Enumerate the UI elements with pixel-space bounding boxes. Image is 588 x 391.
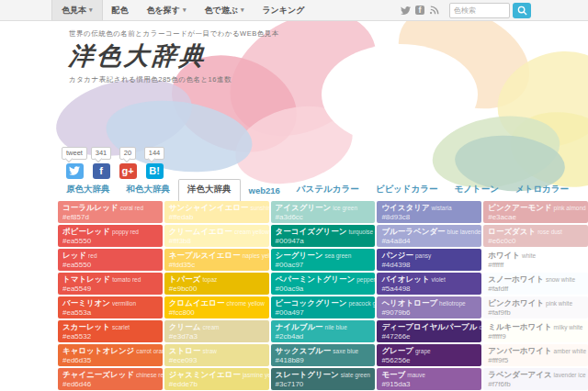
color-name-en: slate green xyxy=(341,372,370,378)
dictionary-tab[interactable]: メトロカラー xyxy=(507,180,577,201)
site-logo[interactable]: 洋色大辞典 xyxy=(68,39,209,73)
color-name-ja: シーグリーン xyxy=(276,251,323,260)
dictionary-tab[interactable]: 和色大辞典 xyxy=(119,180,179,201)
color-swatch[interactable]: ピーコックグリーンpeacock green #00a497 xyxy=(271,296,376,318)
search-box xyxy=(449,3,531,18)
hatena-icon: B! xyxy=(146,163,164,179)
color-name-ja: チャイニーズレッド xyxy=(62,370,134,379)
dictionary-tab[interactable]: web216 xyxy=(241,182,288,201)
color-swatch[interactable]: バイオレットviolet #5a4498 xyxy=(377,273,481,295)
color-swatch[interactable]: ターコイズグリーンturquoise green #00947a xyxy=(271,225,376,247)
color-swatch[interactable]: スカーレットscarlet #ea5532 xyxy=(58,320,163,342)
color-swatch[interactable]: ミルキーホワイトmilky white #fffff9 xyxy=(483,320,588,342)
color-swatch[interactable]: ラベンダーアイスlavender ice #f7f6fb xyxy=(483,368,588,390)
color-swatch[interactable]: パンジーpansy #4d4398 xyxy=(377,249,481,271)
color-hex-code: #a4a8d4 xyxy=(381,237,477,246)
color-name-en: mauve xyxy=(407,372,425,378)
color-name-en: cream xyxy=(202,324,219,330)
dictionary-tab[interactable]: パステルカラー xyxy=(288,180,368,201)
color-swatch[interactable]: トマトレッドtomato red #ea5549 xyxy=(58,273,163,295)
color-name-ja: レッド xyxy=(62,251,86,260)
dictionary-tab[interactable]: 洋色大辞典 xyxy=(178,179,241,201)
color-swatch[interactable]: ホワイトwhite #ffffff xyxy=(483,249,588,271)
color-swatch[interactable]: アイスグリーンice green #a3d6cc xyxy=(271,201,376,223)
color-swatch[interactable]: クロムイエローchrome yellow #fcc800 xyxy=(164,296,269,318)
color-swatch[interactable]: モーブmauve #915da3 xyxy=(377,368,481,390)
color-swatch[interactable]: ディープロイヤルパープルdeep royal purple #47266e xyxy=(377,320,481,342)
dictionary-tab[interactable]: ビビッドカラー xyxy=(368,180,447,201)
color-swatch[interactable]: ブルーラベンダーblue lavender #a4a8d4 xyxy=(377,225,481,247)
color-name-en: peppermint green xyxy=(356,276,375,283)
color-swatch[interactable]: スノーホワイトsnow white #fafdff xyxy=(483,273,588,295)
color-swatch[interactable]: サックスブルーsaxe blue #418b89 xyxy=(271,344,376,366)
googleplus-share-button[interactable]: 20 g+ xyxy=(118,147,138,182)
nav-item-label: 色で遊ぶ xyxy=(204,5,237,17)
color-hex-code: #e3acae xyxy=(488,213,583,222)
color-hex-code: #00ac9a xyxy=(276,285,371,294)
color-swatch[interactable]: ポピーレッドpoppy red #ea5550 xyxy=(58,225,163,247)
tab-label: 原色大辞典 xyxy=(66,184,110,194)
color-name-ja: ナイルブルー xyxy=(276,322,323,331)
nav-item[interactable]: 色を探す▾ xyxy=(138,0,196,20)
color-swatch[interactable]: ジャスミンイエローjasmine yellow #edde7b xyxy=(164,368,269,390)
color-name-en: tomato red xyxy=(112,276,141,283)
color-swatch[interactable]: ウイスタリアwistaria #8d93c8 xyxy=(377,201,481,223)
color-swatch[interactable]: ピンクホワイトpink white #faf9fb xyxy=(483,296,588,318)
nav-item-label: 色を探す xyxy=(147,5,180,17)
facebook-share-button[interactable]: 341 f xyxy=(91,147,111,182)
facebook-icon[interactable]: f xyxy=(415,6,424,15)
color-swatch[interactable]: アンバーホワイトamber white #fff9f5 xyxy=(483,344,588,366)
color-name-ja: グレープ xyxy=(381,346,413,355)
nav-item[interactable]: 配色 xyxy=(103,0,138,20)
color-swatch[interactable]: ヘリオトロープheliotrope #9079b6 xyxy=(377,296,481,318)
color-hex-code: #fdd35c xyxy=(169,261,265,270)
color-swatch[interactable]: ピンクアーモンドpink almond #e3acae xyxy=(483,201,588,223)
color-swatch[interactable]: キャロットオレンジcarrot orange #ed6d35 xyxy=(58,344,163,366)
color-swatch[interactable]: ペパーミントグリーンpeppermint green #00ac9a xyxy=(271,273,376,295)
color-name-ja: スレートグリーン xyxy=(276,370,339,379)
tweet-share-button[interactable]: tweet xyxy=(64,147,85,182)
search-icon xyxy=(517,6,527,16)
nav-item-label: 色見本 xyxy=(62,5,86,17)
rss-icon[interactable] xyxy=(429,6,439,16)
color-name-ja: ブルーラベンダー xyxy=(381,227,445,236)
color-swatch[interactable]: シーグリーンsea green #00ac97 xyxy=(271,249,376,271)
color-swatch[interactable]: スレートグリーンslate green #3c7170 xyxy=(271,368,376,390)
hatena-share-button[interactable]: 144 B! xyxy=(144,147,164,182)
color-hex-code: #00ac97 xyxy=(276,261,371,270)
nav-item[interactable]: 色見本▾ xyxy=(51,0,103,20)
color-swatch[interactable]: ナイルブルーnile blue #2cb4ad xyxy=(271,320,376,342)
search-input[interactable] xyxy=(449,3,510,18)
nav-item[interactable]: ランキング xyxy=(253,0,313,20)
nav-item[interactable]: 色で遊ぶ▾ xyxy=(195,0,253,20)
header-section: 世界の伝統色の名前とカラーコードが一目でわかるWEB色見本 洋色大辞典 カタカナ… xyxy=(0,21,588,140)
color-hex-code: #ed6d46 xyxy=(62,380,158,389)
twitter-icon[interactable] xyxy=(401,6,411,16)
color-swatch[interactable]: トパーズtopaz #e9bc00 xyxy=(164,273,269,295)
color-swatch[interactable]: コーラルレッドcoral red #ef857d xyxy=(58,201,163,223)
color-swatch[interactable]: クリームイエローcream yellow #fff3b8 xyxy=(164,225,269,247)
color-name-en: sea green xyxy=(324,252,351,259)
main-nav: 色見本▾ 配色 色を探す▾ 色で遊ぶ▾ ランキング xyxy=(51,0,313,20)
color-name-en: scarlet xyxy=(112,324,130,330)
color-hex-code: #faf9fb xyxy=(488,308,583,318)
color-swatch[interactable]: ローズダストrose dust #e6c0c0 xyxy=(483,225,588,247)
color-swatch[interactable]: ネープルスイエローnaples yellow #fdd35c xyxy=(164,249,269,271)
color-name-en: lavender ice xyxy=(554,372,586,378)
search-button[interactable] xyxy=(513,3,531,18)
color-swatch[interactable]: チャイニーズレッドchinese red #ed6d46 xyxy=(58,368,163,390)
color-hex-code: #ece093 xyxy=(169,356,265,365)
color-swatch[interactable]: クリームcream #e3d7a3 xyxy=(164,320,269,342)
color-name-ja: トパーズ xyxy=(169,274,201,284)
color-hex-code: #2cb4ad xyxy=(276,332,371,341)
color-hex-code: #00947a xyxy=(276,237,371,246)
dictionary-tab[interactable]: モノトーン xyxy=(447,180,507,201)
dictionary-tab[interactable]: 原色大辞典 xyxy=(58,180,119,201)
color-hex-code: #fffff9 xyxy=(488,332,583,341)
color-swatch[interactable]: グレープgrape #56256e xyxy=(377,344,481,366)
color-swatch[interactable]: レッドred #ea5550 xyxy=(58,249,163,271)
color-swatch[interactable]: サンシャインイエローsunshine yellow #ffedab xyxy=(164,201,269,223)
color-swatch[interactable]: バーミリオンvermilion #ea553a xyxy=(58,296,163,318)
color-name-en: red xyxy=(88,252,96,259)
color-swatch[interactable]: ストローstraw #ece093 xyxy=(164,344,269,366)
